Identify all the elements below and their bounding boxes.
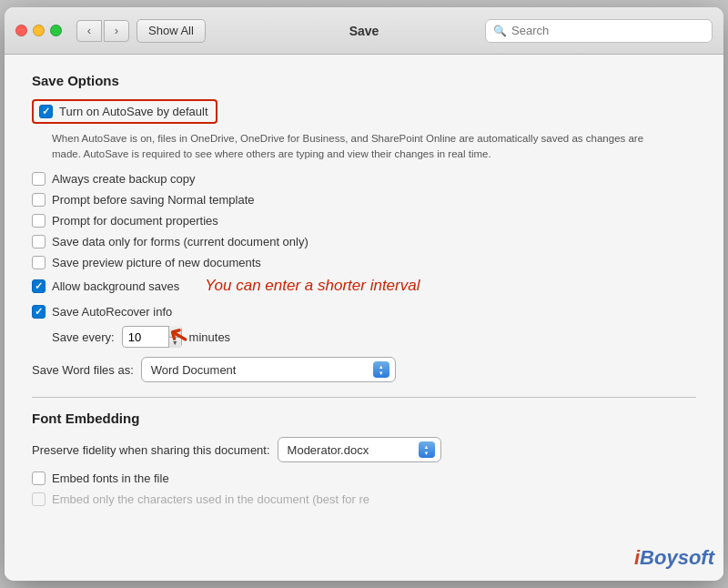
save-data-checkbox[interactable]: [32, 235, 46, 248]
arrow-icon: ➜: [162, 319, 195, 355]
preserve-dropdown-arrow-icon: [419, 441, 435, 458]
forward-button[interactable]: ›: [104, 20, 129, 42]
nav-buttons: ‹ ›: [76, 20, 129, 42]
autosave-option-row[interactable]: Turn on AutoSave by default: [32, 99, 217, 124]
title-bar: ‹ › Show All Save 🔍: [5, 7, 723, 55]
window-title: Save: [349, 24, 379, 38]
save-as-row: Save Word files as: Word Document: [32, 357, 696, 382]
minutes-label: minutes: [189, 330, 231, 344]
autorecover-section: Save AutoRecover info ➜: [32, 305, 696, 326]
search-input[interactable]: [511, 24, 704, 37]
autorecover-checkbox[interactable]: [32, 305, 46, 319]
traffic-lights: [15, 25, 62, 36]
backup-checkbox[interactable]: [32, 172, 46, 186]
maximize-button[interactable]: [50, 25, 62, 36]
save-as-label: Save Word files as:: [32, 363, 134, 377]
embed-fonts-row: Embed fonts in the file: [32, 471, 696, 485]
embed-fonts-label: Embed fonts in the file: [52, 471, 169, 485]
background-saves-label: Allow background saves: [52, 279, 179, 293]
prompt-props-option[interactable]: Prompt for document properties: [32, 214, 218, 228]
embed-chars-row: Embed only the characters used in the do…: [32, 492, 696, 506]
preserve-fidelity-value: Moderator.docx: [288, 443, 369, 457]
autorecover-option[interactable]: Save AutoRecover info: [32, 305, 172, 319]
section-divider: [32, 397, 696, 398]
embed-fonts-option[interactable]: Embed fonts in the file: [32, 471, 169, 485]
embed-chars-checkbox[interactable]: [32, 492, 46, 506]
autorecover-row: Save AutoRecover info: [32, 305, 696, 319]
save-data-row: Save data only for forms (current docume…: [32, 235, 696, 248]
background-saves-row: Allow background saves You can enter a s…: [32, 277, 696, 295]
prompt-normal-checkbox[interactable]: [32, 193, 46, 207]
save-every-row: Save every: ▲ ▼ minutes: [52, 326, 696, 348]
backup-option[interactable]: Always create backup copy: [32, 172, 196, 186]
preserve-fidelity-label: Preserve fidelity when sharing this docu…: [32, 443, 270, 457]
prompt-normal-option[interactable]: Prompt before saving Normal template: [32, 193, 255, 207]
font-embedding-section: Font Embedding Preserve fidelity when sh…: [32, 411, 696, 506]
prompt-normal-label: Prompt before saving Normal template: [52, 193, 255, 207]
show-all-button[interactable]: Show All: [136, 19, 206, 43]
embed-fonts-checkbox[interactable]: [32, 471, 46, 485]
preview-option[interactable]: Save preview picture of new documents: [32, 256, 261, 269]
back-button[interactable]: ‹: [76, 20, 102, 42]
preserve-fidelity-dropdown[interactable]: Moderator.docx: [278, 437, 441, 462]
font-section-title: Font Embedding: [32, 411, 696, 426]
save-every-label: Save every:: [52, 330, 115, 344]
backup-row: Always create backup copy: [32, 172, 696, 186]
autorecover-label: Save AutoRecover info: [52, 305, 172, 319]
autosave-checkbox[interactable]: [39, 105, 53, 118]
search-bar[interactable]: 🔍: [485, 19, 713, 43]
minimize-button[interactable]: [33, 25, 45, 36]
window: ‹ › Show All Save 🔍 Save Options Turn on…: [5, 7, 723, 581]
prompt-props-label: Prompt for document properties: [52, 214, 218, 228]
backup-label: Always create backup copy: [52, 172, 196, 186]
preserve-fidelity-row: Preserve fidelity when sharing this docu…: [32, 437, 696, 462]
autosave-label: Turn on AutoSave by default: [59, 105, 208, 118]
save-as-value: Word Document: [151, 363, 237, 377]
save-as-dropdown[interactable]: Word Document: [141, 357, 396, 382]
save-every-input[interactable]: [123, 327, 168, 347]
background-saves-option[interactable]: Allow background saves: [32, 279, 179, 293]
prompt-normal-row: Prompt before saving Normal template: [32, 193, 696, 207]
preview-label: Save preview picture of new documents: [52, 256, 261, 269]
annotation-text: You can enter a shorter interval: [205, 277, 420, 295]
embed-chars-option[interactable]: Embed only the characters used in the do…: [32, 492, 369, 506]
close-button[interactable]: [15, 25, 27, 36]
background-saves-checkbox[interactable]: [32, 279, 46, 293]
dropdown-arrow-icon: [373, 361, 389, 378]
preview-checkbox[interactable]: [32, 256, 46, 269]
save-data-label: Save data only for forms (current docume…: [52, 235, 308, 248]
search-icon: 🔍: [493, 25, 507, 37]
save-options-title: Save Options: [32, 73, 696, 88]
save-data-option[interactable]: Save data only for forms (current docume…: [32, 235, 308, 248]
main-content: Save Options Turn on AutoSave by default…: [5, 55, 723, 581]
prompt-props-row: Prompt for document properties: [32, 214, 696, 228]
embed-chars-label: Embed only the characters used in the do…: [52, 492, 369, 506]
prompt-props-checkbox[interactable]: [32, 214, 46, 228]
autosave-description: When AutoSave is on, files in OneDrive, …: [52, 131, 671, 161]
preview-row: Save preview picture of new documents: [32, 256, 696, 269]
